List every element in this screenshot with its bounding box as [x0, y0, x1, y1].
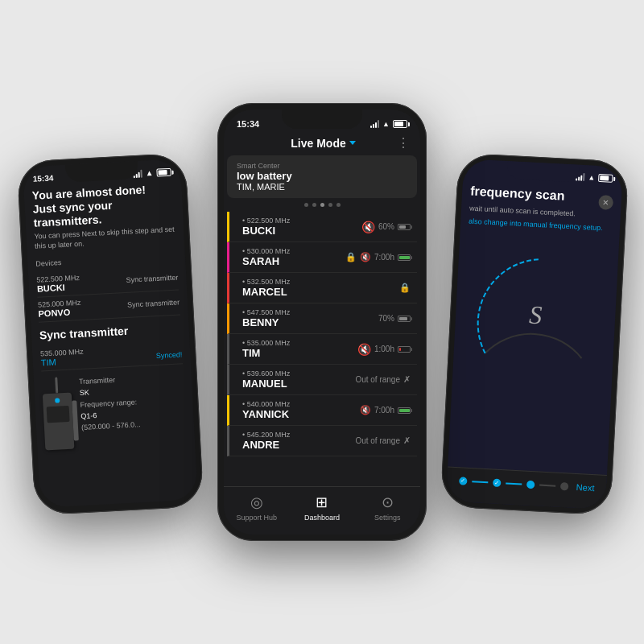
step-connector-2 [506, 482, 522, 485]
device-freq: • 539.600 MHz [242, 369, 355, 378]
table-row[interactable]: • 545.200 MHz ANDRE Out of range ✗ [227, 426, 417, 456]
sync-button[interactable]: Sync transmitter [127, 298, 180, 308]
table-row[interactable]: • 530.000 MHz SARAH 🔒 🔇 7:00h [227, 242, 417, 273]
settings-icon: ⊙ [382, 493, 394, 511]
status-icons-left: ▲ [133, 167, 171, 178]
signal-icon-center [370, 120, 379, 128]
transmitter-info: Transmitter SK Frequency range: Q1-6 (52… [79, 373, 142, 448]
menu-button[interactable]: ⋮ [397, 135, 411, 151]
table-row[interactable]: • 535.000 MHz TIM 🔇 1:00h [227, 334, 417, 365]
mode-label: Live Mode [291, 137, 345, 150]
device-status: Out of range ✗ [355, 436, 411, 446]
device-info: • 532.500 MHz MARCEL [236, 278, 399, 298]
dot-1 [304, 203, 308, 207]
table-row[interactable]: • 532.500 MHz MARCEL 🔒 [227, 273, 417, 303]
step-current [526, 481, 535, 489]
device-status: 🔒 [399, 283, 411, 293]
left-content: You are almost done!Just sync your trans… [23, 178, 195, 454]
nav-settings[interactable]: ⊙ Settings [355, 493, 420, 522]
dashboard-icon: ⊞ [316, 493, 328, 511]
wifi-icon-left: ▲ [145, 168, 153, 178]
scanner-area: S [452, 231, 619, 384]
dot-3 [320, 203, 324, 207]
svg-text:S: S [528, 299, 543, 329]
device-name: MANUEL [242, 378, 355, 390]
left-phone: 15:34 ▲ You are almost done!Just sync yo… [17, 153, 204, 515]
device-info: • 530.000 MHz SARAH [236, 247, 345, 267]
step-connector-1 [472, 481, 488, 483]
device-freq: • 547.500 MHz [242, 308, 378, 316]
out-of-range-label: Out of range [355, 375, 400, 384]
battery-icon-left [156, 167, 171, 176]
mute-icon: 🔇 [357, 343, 371, 356]
dot-4 [328, 203, 332, 207]
device-info: • 545.200 MHz ANDRE [236, 431, 355, 451]
scanner-arc: S [469, 240, 604, 375]
device-name: TIM [242, 347, 357, 359]
right-phone: ▲ ✕ frequency scan wait until auto scan … [440, 153, 630, 515]
sync-button[interactable]: Sync transmitter [126, 273, 178, 283]
device-status: Out of range ✗ [355, 374, 411, 385]
alert-text: low battery [237, 170, 407, 182]
device-name: BUCKI [37, 282, 80, 294]
smart-center-alert: Smart Center low battery TIM, MARIE [227, 155, 417, 198]
device-info: • 539.600 MHz MANUEL [236, 369, 355, 390]
step-1: ✓ [459, 477, 468, 485]
list-item: 535.000 MHz TIM Synced! [40, 339, 183, 371]
sync-section-title: Sync transmitter [39, 321, 182, 341]
device-freq: • 532.500 MHz [242, 278, 399, 286]
sync-section: Sync transmitter 535.000 MHz TIM Synced! [39, 321, 188, 450]
bottom-nav: ◎ Support Hub ⊞ Dashboard ⊙ Settings [224, 486, 420, 535]
left-subtitle: You can press Next to skip this step and… [34, 225, 176, 252]
table-row[interactable]: • 540.000 MHz YANNICK 🔇 7:00h [227, 395, 417, 426]
device-freq: • 535.000 MHz [242, 339, 357, 347]
status-icons-right: ▲ [576, 172, 613, 182]
left-title: You are almost done!Just sync your trans… [31, 182, 175, 230]
device-info: • 535.000 MHz TIM [236, 339, 357, 359]
device-info: • 540.000 MHz YANNICK [236, 400, 360, 420]
device-name: PONVO [38, 307, 81, 319]
table-row[interactable]: • 547.500 MHz BENNY 70% [227, 303, 417, 334]
freq-range-value: Q1-6 [80, 411, 97, 420]
freq-range-detail: (520.000 - 576.0... [81, 419, 141, 434]
mode-title[interactable]: Live Mode [291, 137, 355, 150]
mute-icon: 🔇 [361, 221, 375, 233]
lock-icon: 🔒 [345, 252, 357, 262]
alert-names: TIM, MARIE [237, 182, 407, 192]
freq-scan-title: frequency scan [470, 184, 614, 206]
device-freq: • 545.200 MHz [242, 431, 355, 439]
settings-label: Settings [374, 514, 401, 522]
progress-steps: ✓ ✓ Next [446, 467, 607, 510]
notch-center [282, 109, 362, 129]
dot-5 [336, 203, 341, 207]
device-status: 70% [378, 314, 411, 323]
battery-percent: 60% [378, 222, 394, 231]
battery-time: 7:00h [374, 253, 394, 262]
battery-bar [398, 254, 411, 261]
step-connector-3 [539, 485, 555, 487]
device-name: MARCEL [242, 286, 399, 298]
nav-dashboard[interactable]: ⊞ Dashboard [289, 493, 354, 522]
battery-bar [398, 316, 411, 322]
next-button[interactable]: Next [576, 482, 595, 493]
center-header: Live Mode ⋮ [224, 132, 420, 155]
device-name: SARAH [242, 255, 345, 267]
dot-2 [312, 203, 316, 207]
transmitter-image [43, 392, 75, 450]
device-name: BENNY [242, 316, 378, 328]
device-status: 🔇 1:00h [357, 343, 411, 356]
device-name: ANDRE [242, 439, 355, 451]
battery-percent: 70% [378, 314, 394, 323]
smart-center-label: Smart Center [237, 162, 407, 170]
table-row[interactable]: • 539.600 MHz MANUEL Out of range ✗ [227, 365, 417, 395]
nav-support-hub[interactable]: ◎ Support Hub [224, 493, 289, 522]
dashboard-label: Dashboard [304, 514, 340, 522]
transmitter-box: Transmitter SK Frequency range: Q1-6 (52… [42, 370, 187, 450]
bluetooth-off-icon: ✗ [403, 436, 411, 446]
table-row[interactable]: • 522.500 MHz BUCKI 🔇 60% [227, 212, 417, 242]
transmitter-type: SK [80, 389, 90, 398]
support-hub-label: Support Hub [236, 514, 277, 522]
time-center: 15:34 [237, 119, 259, 129]
chevron-down-icon [349, 141, 356, 145]
device-name: BUCKI [242, 225, 361, 237]
